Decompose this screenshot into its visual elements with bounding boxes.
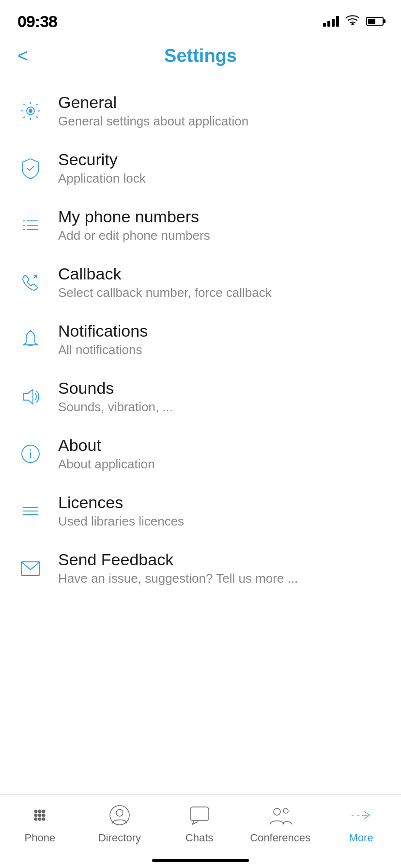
nav-item-conferences[interactable]: Conferences [250,803,310,844]
status-bar: 09:38 [0,0,401,39]
sounds-title: Sounds [58,379,382,398]
about-subtitle: About application [58,457,382,472]
svg-point-22 [38,814,42,817]
bell-icon [19,328,53,351]
speaker-icon [19,386,53,408]
feedback-subtitle: Have an issue, suggestion? Tell us more … [58,571,382,586]
nav-item-more[interactable]: More [332,803,390,844]
notifications-content: Notifications All notifications [53,322,382,357]
svg-point-13 [30,450,31,451]
sounds-subtitle: Sounds, vibration, ... [58,400,382,415]
settings-item-licences[interactable]: Licences Used libraries licences [0,482,401,540]
bottom-nav: Phone Directory Chats [0,794,401,859]
svg-marker-10 [23,389,33,404]
settings-item-callback[interactable]: Callback Select callback number, force c… [0,254,401,311]
gear-icon [19,100,53,122]
home-indicator-bar [152,859,249,862]
general-content: General General settings about applicati… [53,93,382,129]
svg-point-18 [34,810,38,813]
settings-list: General General settings about applicati… [0,78,401,794]
feedback-title: Send Feedback [58,550,382,569]
security-title: Security [58,150,382,169]
svg-point-19 [38,810,42,813]
info-icon [19,443,53,465]
security-content: Security Application lock [53,150,382,186]
lines-icon [19,500,53,522]
back-button[interactable]: < [17,46,28,65]
nav-item-phone[interactable]: Phone [11,803,69,844]
battery-icon [366,17,384,26]
phone-numbers-content: My phone numbers Add or edit phone numbe… [53,207,382,243]
status-time: 09:38 [17,12,57,31]
status-icons [323,15,384,28]
chat-bubble-icon [187,803,212,828]
callback-icon [19,271,53,294]
settings-item-about[interactable]: About About application [0,425,401,482]
settings-item-phone-numbers[interactable]: My phone numbers Add or edit phone numbe… [0,197,401,254]
nav-item-chats[interactable]: Chats [170,803,229,844]
svg-point-30 [274,808,280,815]
notifications-title: Notifications [58,322,382,341]
security-subtitle: Application lock [58,171,382,186]
licences-content: Licences Used libraries licences [53,493,382,529]
settings-item-security[interactable]: Security Application lock [0,140,401,197]
licences-title: Licences [58,493,382,512]
mail-icon [19,557,53,579]
about-content: About About application [53,436,382,472]
wifi-icon [346,15,359,28]
general-title: General [58,93,382,112]
feedback-content: Send Feedback Have an issue, suggestion?… [53,550,382,586]
settings-item-sounds[interactable]: Sounds Sounds, vibration, ... [0,368,401,425]
nav-label-conferences: Conferences [250,832,310,844]
page-title: Settings [164,46,237,66]
nav-label-more: More [349,832,373,844]
person-circle-icon [107,803,132,828]
svg-point-0 [352,24,354,25]
home-indicator [0,859,401,868]
callback-content: Callback Select callback number, force c… [53,264,382,300]
arrow-dashed-icon [349,803,374,828]
signal-icon [323,16,339,27]
nav-label-chats: Chats [185,832,213,844]
settings-item-general[interactable]: General General settings about applicati… [0,82,401,140]
about-title: About [58,436,382,455]
svg-point-2 [29,109,32,113]
nav-label-phone: Phone [25,832,56,844]
phone-numbers-title: My phone numbers [58,207,382,226]
licences-subtitle: Used libraries licences [58,514,382,529]
svg-point-31 [283,808,288,813]
svg-point-20 [42,810,46,813]
svg-point-24 [34,818,38,821]
settings-item-notifications[interactable]: Notifications All notifications [0,311,401,368]
svg-point-26 [42,818,46,821]
settings-item-feedback[interactable]: Send Feedback Have an issue, suggestion?… [0,540,401,597]
callback-subtitle: Select callback number, force callback [58,285,382,300]
svg-point-25 [38,818,42,821]
notifications-subtitle: All notifications [58,342,382,357]
callback-title: Callback [58,264,382,283]
svg-point-28 [116,809,123,816]
svg-point-21 [34,814,38,817]
phone-numbers-subtitle: Add or edit phone numbers [58,228,382,243]
sounds-content: Sounds Sounds, vibration, ... [53,379,382,415]
group-icon [268,803,293,828]
shield-icon [19,157,53,179]
phone-grid-icon [27,803,52,828]
header: < Settings [0,39,401,78]
svg-point-23 [42,814,46,817]
general-subtitle: General settings about application [58,114,382,129]
nav-label-directory: Directory [98,832,141,844]
nav-item-directory[interactable]: Directory [91,803,149,844]
svg-rect-29 [190,807,209,821]
list-icon [19,214,53,236]
